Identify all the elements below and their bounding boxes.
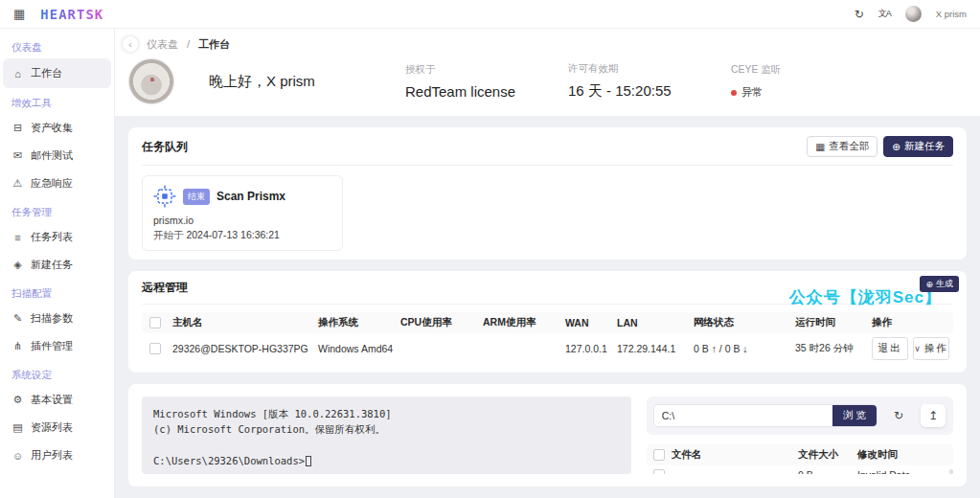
- sidebar-item-label: 新建任务: [31, 258, 73, 272]
- col-wan: WAN: [561, 317, 613, 328]
- breadcrumb-parent[interactable]: 仪表盘: [147, 37, 178, 52]
- sidebar-item-plugin-management[interactable]: ⋔ 插件管理: [0, 332, 114, 360]
- col-os: 操作系统: [314, 316, 397, 329]
- expiry-block: 许可有效期 16 天 - 15:20:55: [568, 62, 731, 101]
- greeting-banner: 晚上好，X prism 授权于 RedTeam license 许可有效期 16…: [115, 54, 980, 116]
- new-task-label: 新建任务: [904, 140, 945, 153]
- path-input[interactable]: [654, 405, 832, 426]
- col-actions: 操作: [868, 316, 953, 329]
- asset-box-icon: ⊟: [11, 122, 24, 134]
- chevron-down-icon: ∨: [914, 344, 921, 353]
- grid-icon: ▦: [815, 141, 825, 152]
- sidebar-item-label: 资源列表: [31, 420, 73, 435]
- file-size: 0 B: [798, 469, 857, 474]
- refresh-icon[interactable]: ↻: [855, 8, 864, 21]
- remote-host-row: 29326@DESKTOP-HG337PG Windows Amd64 127.…: [142, 333, 953, 364]
- section-dashboard: 仪表盘: [0, 33, 114, 58]
- sidebar-item-mail-test[interactable]: ✉ 邮件测试: [0, 142, 114, 170]
- section-task-management: 任务管理: [0, 197, 114, 223]
- user-avatar-large: [128, 58, 174, 104]
- sidebar-item-task-list[interactable]: ≡ 任务列表: [0, 223, 114, 251]
- sidebar-item-label: 资产收集: [31, 121, 73, 135]
- col-filesize: 文件大小: [798, 448, 857, 462]
- col-filename: 文件名: [672, 448, 798, 462]
- operations-dropdown-button[interactable]: ∨ 操作: [913, 337, 949, 360]
- sidebar: 仪表盘 ⌂ 工作台 增效工具 ⊟ 资产收集 ✉ 邮件测试 ⚠ 应急响应 任务管理…: [0, 29, 115, 498]
- select-all-checkbox[interactable]: [149, 317, 161, 328]
- upload-icon[interactable]: ↥: [921, 404, 946, 427]
- license-block: 授权于 RedTeam license: [405, 63, 568, 100]
- task-name: Scan Prismx: [217, 190, 285, 203]
- sidebar-item-resource-list[interactable]: ▤ 资源列表: [0, 414, 114, 441]
- wan-value: 127.0.0.1: [561, 343, 613, 354]
- task-queue-title: 任务队列: [142, 139, 188, 155]
- exit-button[interactable]: 退出: [872, 337, 908, 360]
- breadcrumb: ‹ 仪表盘 / 工作台: [115, 29, 980, 54]
- task-status-badge: 结束: [183, 189, 210, 205]
- grid-list-icon: ▤: [11, 421, 24, 434]
- lan-value: 172.29.144.1: [613, 343, 690, 354]
- generate-button[interactable]: ⊕ 生成: [920, 276, 959, 292]
- sidebar-item-label: 应急响应: [31, 176, 73, 191]
- envelope-icon: ✉: [11, 149, 24, 162]
- sidebar-item-scan-params[interactable]: ✎ 扫描参数: [0, 305, 114, 332]
- list-icon: ≡: [11, 232, 24, 243]
- breadcrumb-current: 工作台: [198, 37, 230, 52]
- col-mtime: 修改时间: [857, 448, 953, 462]
- section-efficiency-tools: 增效工具: [0, 88, 114, 114]
- browse-button[interactable]: 浏览: [832, 405, 877, 426]
- terminal-cursor: [306, 456, 311, 466]
- file-browser: 浏览 ↻ ↥ 文件名 文件大小 修改时间: [647, 396, 953, 474]
- person-icon: ☺: [11, 450, 24, 462]
- task-card[interactable]: 结束 Scan Prismx prismx.io 开始于 2024-07-13 …: [142, 175, 343, 251]
- generate-label: 生成: [936, 278, 953, 290]
- user-avatar-small[interactable]: [905, 6, 922, 22]
- terminal[interactable]: Microsoft Windows [版本 10.0.22631.3810] (…: [142, 396, 631, 474]
- files-select-all-checkbox[interactable]: [653, 449, 665, 461]
- expiry-value: 16 天 - 15:20:55: [568, 82, 731, 101]
- greeting-text: 晚上好，X prism: [209, 73, 405, 91]
- remote-title: 远程管理: [142, 280, 188, 296]
- translate-icon[interactable]: 文A: [878, 8, 891, 20]
- gear-icon: ⚙: [11, 394, 24, 406]
- new-task-button[interactable]: ⊕ 新建任务: [883, 136, 953, 157]
- sidebar-item-user-list[interactable]: ☺ 用户列表: [0, 441, 114, 469]
- file-checkbox[interactable]: [653, 469, 665, 474]
- sidebar-collapse-button[interactable]: ‹: [123, 36, 138, 52]
- terminal-prompt-line: C:\Users\29326\Downloads>: [153, 453, 620, 468]
- apps-grid-icon[interactable]: ▦: [13, 7, 25, 21]
- terminal-line: (c) Microsoft Corporation。保留所有权利。: [153, 421, 620, 437]
- username: X prism: [936, 9, 967, 19]
- status-dot-error: [731, 90, 737, 96]
- file-list-scrollbar[interactable]: [949, 469, 953, 474]
- sidebar-item-label: 邮件测试: [31, 148, 73, 163]
- diamond-plus-icon: ◈: [11, 259, 24, 271]
- sidebar-item-asset-collection[interactable]: ⊟ 资产收集: [0, 114, 114, 142]
- app-logo: HEARTSK: [40, 7, 103, 22]
- expiry-label: 许可有效期: [568, 62, 731, 76]
- task-target: prismx.io: [153, 215, 331, 226]
- section-scan-config: 扫描配置: [0, 279, 114, 305]
- home-icon: ⌂: [11, 68, 24, 79]
- plus-circle-icon: ⊕: [892, 141, 900, 152]
- ceye-status: 异常: [741, 85, 763, 100]
- terminal-line: Microsoft Windows [版本 10.0.22631.3810]: [153, 406, 620, 421]
- file-mtime: Invalid Date: [857, 469, 953, 474]
- section-system-settings: 系统设定: [0, 360, 114, 386]
- task-started-label: 开始于: [153, 229, 184, 240]
- sidebar-item-workbench[interactable]: ⌂ 工作台: [3, 58, 111, 88]
- net-status-value: 0 B ↑ / 0 B ↓: [690, 343, 791, 354]
- row-checkbox[interactable]: [149, 343, 161, 354]
- col-arm: ARM使用率: [479, 316, 561, 329]
- view-all-label: 查看全部: [829, 140, 869, 153]
- file-row-up[interactable]: .. 0 B Invalid Date: [647, 465, 953, 474]
- chip-icon: [153, 185, 176, 208]
- refresh-files-icon[interactable]: ↻: [886, 404, 911, 427]
- sidebar-item-basic-settings[interactable]: ⚙ 基本设置: [0, 386, 114, 414]
- sidebar-item-new-task[interactable]: ◈ 新建任务: [0, 251, 114, 279]
- sidebar-item-emergency-response[interactable]: ⚠ 应急响应: [0, 170, 114, 197]
- col-lan: LAN: [613, 317, 690, 328]
- view-all-button[interactable]: ▦ 查看全部: [807, 136, 877, 157]
- file-table-header: 文件名 文件大小 修改时间: [647, 444, 953, 465]
- task-queue-card: 任务队列 ▦ 查看全部 ⊕ 新建任务: [128, 127, 967, 260]
